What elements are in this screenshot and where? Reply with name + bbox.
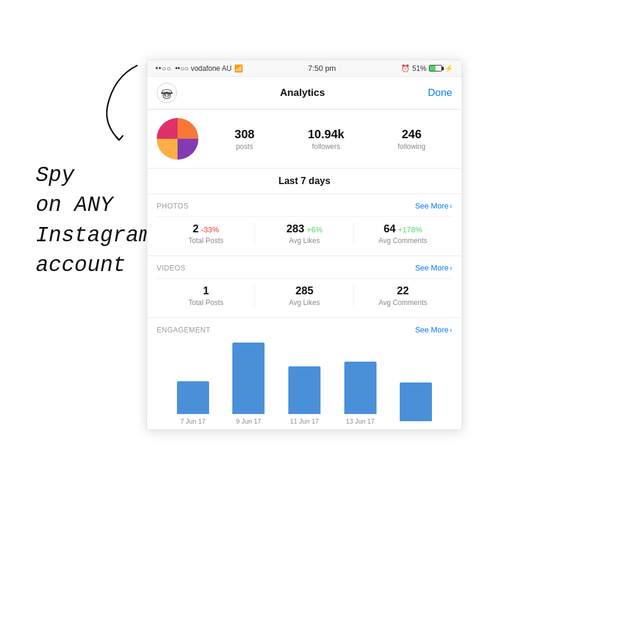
photos-avg-likes-label: Avg Likes	[260, 237, 349, 245]
bar-label-1: 9 Jun 17	[236, 418, 261, 425]
photos-metrics: 2 -33% Total Posts 283 +6% Avg Likes 64 …	[157, 216, 452, 251]
videos-total-posts-label: Total Posts	[161, 298, 250, 307]
engagement-see-more-text: See More	[415, 325, 449, 334]
battery-pct: 51%	[412, 64, 427, 73]
photos-see-more-text: See More	[415, 201, 449, 210]
svg-point-5	[168, 95, 169, 95]
phone-frame: ••○○ ••○○ vodafone AU 📶 7:50 pm ⏰ 51% ⚡	[147, 60, 462, 430]
engagement-see-more[interactable]: See More ›	[415, 325, 452, 334]
videos-metrics: 1 Total Posts 285 Avg Likes 22 Avg Comme…	[157, 278, 452, 313]
stat-posts: 308 posts	[235, 127, 254, 151]
avatar-q3	[157, 139, 178, 160]
following-count: 246	[402, 127, 421, 141]
posts-label: posts	[236, 142, 253, 151]
photos-total-posts-change: -33%	[201, 225, 219, 234]
videos-block: VIDEOS See More › 1 Total Posts 285 Avg …	[147, 256, 462, 318]
status-left: ••○○ ••○○ vodafone AU 📶	[155, 64, 243, 73]
engagement-label: ENGAGEMENT	[157, 326, 210, 334]
svg-rect-0	[161, 92, 173, 94]
bars-container: 7 Jun 179 Jun 1711 Jun 1713 Jun 17	[159, 341, 450, 425]
battery-icon	[429, 65, 442, 71]
photos-avg-comments-label: Avg Comments	[359, 237, 447, 245]
carrier-label: ••○○ vodafone AU	[175, 64, 232, 73]
videos-avg-likes-label: Avg Likes	[260, 298, 349, 307]
photos-avg-comments-value: 64	[384, 223, 396, 235]
status-time: 7:50 pm	[308, 64, 336, 73]
bar-3	[344, 362, 377, 414]
bar-1	[232, 343, 265, 414]
photos-chevron-icon: ›	[450, 202, 452, 210]
period-header: Last 7 days	[147, 169, 462, 194]
annotation-text: Spy on ANY Instagram account	[36, 161, 151, 281]
videos-avg-comments: 22 Avg Comments	[354, 279, 452, 313]
bar-group-3: 13 Jun 17	[344, 362, 377, 425]
profile-section: 308 posts 10.94k followers 246 following	[147, 110, 462, 169]
videos-total-posts: 1 Total Posts	[157, 279, 255, 313]
avatar-q2	[178, 118, 198, 139]
bar-group-1: 9 Jun 17	[232, 343, 265, 425]
bar-group-2: 11 Jun 17	[288, 366, 321, 425]
stat-followers: 10.94k followers	[308, 127, 344, 151]
photos-avg-comments: 64 +178% Avg Comments	[354, 217, 452, 251]
photos-total-posts-label: Total Posts	[161, 237, 250, 245]
videos-label: VIDEOS	[157, 264, 185, 272]
arrow-annotation	[83, 60, 155, 149]
profile-avatar	[157, 118, 198, 160]
videos-avg-comments-label: Avg Comments	[359, 298, 447, 307]
photos-avg-likes: 283 +6% Avg Likes	[255, 217, 353, 251]
photos-header: PHOTOS See More ›	[157, 201, 452, 210]
svg-point-4	[165, 95, 166, 95]
videos-avg-comments-value: 22	[397, 285, 409, 297]
videos-see-more[interactable]: See More ›	[415, 263, 452, 272]
bar-label-3: 13 Jun 17	[346, 418, 374, 425]
signal-dots: ••○○	[155, 64, 172, 73]
spy-icon	[158, 85, 175, 101]
avatar-q4	[178, 139, 198, 160]
following-label: following	[397, 142, 425, 151]
videos-see-more-text: See More	[415, 263, 449, 272]
videos-header: VIDEOS See More ›	[157, 263, 452, 272]
stat-following: 246 following	[397, 127, 425, 151]
alarm-icon: ⏰	[401, 64, 410, 73]
status-right: ⏰ 51% ⚡	[401, 64, 453, 73]
photos-avg-likes-change: +6%	[307, 225, 322, 234]
engagement-chevron-icon: ›	[450, 326, 452, 334]
photos-avg-likes-value: 283	[287, 223, 304, 235]
posts-count: 308	[235, 127, 254, 141]
bar-group-0: 7 Jun 17	[177, 381, 209, 425]
bar-0	[177, 381, 209, 414]
photos-avg-comments-change: +178%	[398, 225, 422, 234]
status-bar: ••○○ ••○○ vodafone AU 📶 7:50 pm ⏰ 51% ⚡	[147, 60, 462, 77]
avatar-q1	[157, 118, 178, 139]
battery-fill	[430, 66, 435, 71]
photos-label: PHOTOS	[157, 202, 188, 210]
nav-bar: Analytics Done	[147, 77, 462, 110]
bar-label-0: 7 Jun 17	[181, 418, 206, 425]
profile-avatar-nav[interactable]	[157, 83, 177, 103]
engagement-chart: 7 Jun 179 Jun 1711 Jun 1713 Jun 17	[157, 341, 452, 425]
photos-block: PHOTOS See More › 2 -33% Total Posts 283…	[147, 194, 462, 256]
photos-total-posts: 2 -33% Total Posts	[157, 217, 255, 251]
bar-4	[400, 382, 432, 421]
done-button[interactable]: Done	[428, 87, 452, 99]
wifi-icon: 📶	[234, 64, 243, 73]
engagement-block: ENGAGEMENT See More › 7 Jun 179 Jun 1711…	[147, 318, 462, 430]
videos-chevron-icon: ›	[450, 264, 452, 272]
bar-label-2: 11 Jun 17	[290, 418, 319, 425]
videos-total-posts-value: 1	[203, 285, 209, 297]
bar-2	[288, 366, 321, 414]
profile-stats: 308 posts 10.94k followers 246 following	[208, 127, 452, 151]
videos-avg-likes-value: 285	[295, 285, 313, 297]
photos-total-posts-value: 2	[192, 223, 198, 235]
followers-count: 10.94k	[308, 127, 344, 141]
engagement-header: ENGAGEMENT See More ›	[157, 325, 452, 334]
nav-title: Analytics	[280, 87, 325, 99]
bar-group-4	[400, 382, 432, 425]
photos-see-more[interactable]: See More ›	[415, 201, 452, 210]
followers-label: followers	[312, 142, 340, 151]
videos-avg-likes: 285 Avg Likes	[255, 279, 353, 313]
charging-icon: ⚡	[444, 64, 453, 73]
battery-tip	[442, 67, 444, 70]
